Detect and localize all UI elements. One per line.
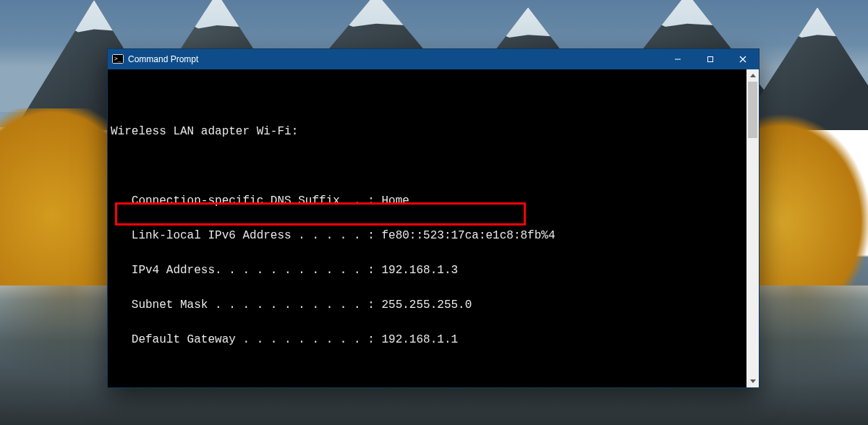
- maximize-button[interactable]: [694, 49, 726, 69]
- terminal-output[interactable]: Wireless LAN adapter Wi-Fi: Connection-s…: [108, 69, 746, 387]
- scrollbar-thumb[interactable]: [748, 82, 757, 138]
- wifi-ipv4: IPv4 Address. . . . . . . . . . . : 192.…: [111, 262, 744, 279]
- wifi-link-local-ipv6: Link-local IPv6 Address . . . . . : fe80…: [111, 227, 744, 244]
- svg-rect-3: [707, 57, 712, 62]
- wifi-default-gateway: Default Gateway . . . . . . . . . : 192.…: [111, 331, 744, 348]
- blank-line: [111, 158, 744, 175]
- scroll-up-button[interactable]: [746, 69, 759, 82]
- scrollbar-track[interactable]: [746, 82, 759, 375]
- svg-text:>_: >_: [114, 56, 122, 62]
- command-prompt-window[interactable]: >_ Command Prompt Wireless LAN adapter W…: [107, 48, 760, 388]
- command-prompt-icon: >_: [112, 53, 124, 65]
- adapter-header-wifi: Wireless LAN adapter Wi-Fi:: [111, 123, 744, 140]
- titlebar[interactable]: >_ Command Prompt: [108, 49, 759, 69]
- blank-line: [111, 366, 744, 383]
- vertical-scrollbar[interactable]: [746, 69, 759, 387]
- client-area: Wireless LAN adapter Wi-Fi: Connection-s…: [108, 69, 759, 387]
- scroll-down-button[interactable]: [746, 375, 759, 387]
- close-button[interactable]: [726, 49, 759, 69]
- minimize-button[interactable]: [661, 49, 694, 69]
- wifi-subnet: Subnet Mask . . . . . . . . . . . : 255.…: [111, 296, 744, 314]
- blank-line: [111, 88, 744, 106]
- window-title: Command Prompt: [128, 54, 198, 64]
- wifi-dns-suffix: Connection-specific DNS Suffix . : Home: [111, 192, 744, 210]
